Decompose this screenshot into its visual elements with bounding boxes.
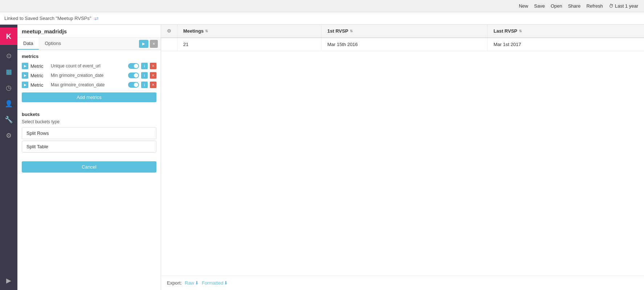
sidebar-item-clock[interactable]: ◷ <box>0 80 17 96</box>
table-settings-header: ⚙ <box>161 25 177 38</box>
metric-label-1: Metric <box>30 63 49 69</box>
run-button[interactable]: ▶ <box>139 40 148 48</box>
export-raw-link[interactable]: Raw ⬇ <box>185 280 199 286</box>
sidebar-item-play[interactable]: ▶ <box>0 274 17 290</box>
export-formatted-link[interactable]: Formatted ⬇ <box>202 280 228 286</box>
metric-delete-2[interactable]: × <box>150 72 156 79</box>
cell-first-rvsp: Mar 15th 2016 <box>321 38 488 51</box>
toggle-knob-2 <box>134 73 138 78</box>
metric-row-1: ▶ Metric Unique count of event_url i × <box>17 61 161 71</box>
raw-download-icon: ⬇ <box>195 280 199 286</box>
data-table: ⚙ Meetings ⇅ 1st RVSP ⇅ <box>161 25 644 276</box>
metric-expand-1[interactable]: ▶ <box>22 63 28 69</box>
cell-meetings: 21 <box>177 38 321 51</box>
metric-row-3: ▶ Metric Max grimoire_creation_date i × <box>17 80 161 90</box>
open-button[interactable]: Open <box>551 3 562 9</box>
export-bar: Export: Raw ⬇ Formatted ⬇ <box>161 276 644 290</box>
metrics-section-header: metrics <box>17 50 161 61</box>
metric-info-3[interactable]: i <box>141 82 148 88</box>
metric-label-2: Metric <box>30 73 49 78</box>
topbar: New Save Open Share Refresh ⏱ Last 1 yea… <box>0 0 644 12</box>
linked-header: Linked to Saved Search "Meetup RVSPs" ⇄ <box>0 12 644 25</box>
settings-col-icon: ⚙ <box>167 28 171 34</box>
metric-delete-3[interactable]: × <box>150 82 156 88</box>
app-logo: K <box>0 28 17 45</box>
metric-value-2: Min grimoire_creation_date <box>51 73 126 78</box>
metric-info-2[interactable]: i <box>141 72 148 79</box>
results-table: ⚙ Meetings ⇅ 1st RVSP ⇅ <box>161 25 644 51</box>
sort-icon-meetings: ⇅ <box>205 29 208 33</box>
metric-info-1[interactable]: i <box>141 63 148 69</box>
split-rows-option[interactable]: Split Rows <box>22 127 156 139</box>
export-label: Export: <box>167 280 182 286</box>
cancel-button[interactable]: Cancel <box>22 161 156 173</box>
toggle-knob-1 <box>134 64 138 68</box>
panel-title: meetup_madridjs <box>17 25 161 38</box>
save-button[interactable]: Save <box>534 3 545 9</box>
last-year-selector[interactable]: ⏱ Last 1 year <box>609 3 638 9</box>
metric-row-2: ▶ Metric Min grimoire_creation_date i × <box>17 71 161 80</box>
metric-delete-1[interactable]: × <box>150 63 156 69</box>
home-icon: ⊙ <box>6 52 12 60</box>
metric-toggle-2[interactable] <box>128 72 139 78</box>
column-header-last-rvsp[interactable]: Last RVSP ⇅ <box>488 25 644 38</box>
close-panel-button[interactable]: × <box>150 40 158 48</box>
split-table-option[interactable]: Split Table <box>22 141 156 153</box>
metric-value-1: Unique count of event_url <box>51 63 126 69</box>
sort-icon-last-rvsp: ⇅ <box>519 29 522 33</box>
metric-expand-2[interactable]: ▶ <box>22 72 28 79</box>
row-settings-cell <box>161 38 177 51</box>
metric-toggle-1[interactable] <box>128 63 139 69</box>
tab-options[interactable]: Options <box>39 38 67 50</box>
metric-toggle-3[interactable] <box>128 82 139 88</box>
new-button[interactable]: New <box>519 3 528 9</box>
clock-icon: ◷ <box>6 84 12 92</box>
sidebar-item-gear[interactable]: ⚙ <box>0 128 17 144</box>
refresh-button[interactable]: Refresh <box>586 3 603 9</box>
clock-icon: ⏱ <box>609 3 614 9</box>
right-panel: ⚙ Meetings ⇅ 1st RVSP ⇅ <box>161 25 644 290</box>
metric-value-3: Max grimoire_creation_date <box>51 82 126 87</box>
user-icon: 👤 <box>5 100 13 108</box>
sort-icon-first-rvsp: ⇅ <box>350 29 353 33</box>
toggle-knob-3 <box>134 83 138 87</box>
sidebar-item-wrench[interactable]: 🔧 <box>0 112 17 128</box>
select-buckets-label: Select buckets type <box>22 119 156 124</box>
buckets-section: buckets Select buckets type Split Rows S… <box>17 105 161 157</box>
metric-expand-3[interactable]: ▶ <box>22 82 28 88</box>
sidebar-icons: K ⊙ ▦ ◷ 👤 🔧 ⚙ ▶ <box>0 25 17 290</box>
table-row: 21 Mar 15th 2016 Mar 1st 2017 <box>161 38 644 51</box>
tab-data[interactable]: Data <box>17 38 39 50</box>
chart-icon: ▦ <box>6 68 12 76</box>
column-header-first-rvsp[interactable]: 1st RVSP ⇅ <box>321 25 488 38</box>
last-year-label: Last 1 year <box>615 3 638 9</box>
gear-icon: ⚙ <box>6 132 12 140</box>
add-metrics-button[interactable]: Add metrics <box>22 92 156 102</box>
main-layout: K ⊙ ▦ ◷ 👤 🔧 ⚙ ▶ meetup_madridjs Data Opt… <box>0 25 644 290</box>
linked-search-icon[interactable]: ⇄ <box>94 16 99 21</box>
column-header-meetings[interactable]: Meetings ⇅ <box>177 25 321 38</box>
formatted-download-icon: ⬇ <box>224 280 228 286</box>
panel-tab-actions: ▶ × <box>139 38 161 50</box>
cell-last-rvsp: Mar 1st 2017 <box>488 38 644 51</box>
sidebar-item-user[interactable]: 👤 <box>0 96 17 112</box>
play-icon: ▶ <box>6 277 11 285</box>
wrench-icon: 🔧 <box>5 116 13 124</box>
metric-label-3: Metric <box>30 82 49 88</box>
buckets-section-header: buckets <box>22 108 156 119</box>
sidebar-item-home[interactable]: ⊙ <box>0 48 17 64</box>
sidebar-item-chart[interactable]: ▦ <box>0 64 17 80</box>
panel-tabs: Data Options ▶ × <box>17 38 161 50</box>
share-button[interactable]: Share <box>568 3 581 9</box>
left-panel: meetup_madridjs Data Options ▶ × metrics… <box>17 25 161 290</box>
linked-header-text: Linked to Saved Search "Meetup RVSPs" <box>4 16 91 21</box>
